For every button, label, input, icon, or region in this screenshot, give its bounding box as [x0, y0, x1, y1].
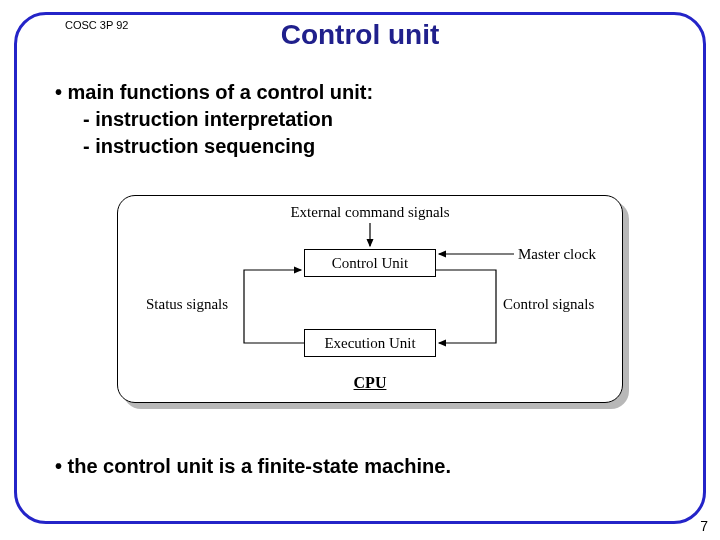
execution-unit-box: Execution Unit: [304, 329, 436, 357]
execution-unit-label: Execution Unit: [324, 335, 415, 352]
diagram-box: External command signals Control Unit Ex…: [117, 195, 623, 403]
slide-title: Control unit: [17, 19, 703, 51]
diagram: External command signals Control Unit Ex…: [117, 195, 629, 410]
status-signals-label: Status signals: [146, 296, 228, 313]
bullet-bottom: the control unit is a finite-state machi…: [55, 455, 451, 478]
slide-frame: COSC 3P 92 Control unit main functions o…: [14, 12, 706, 524]
cpu-label: CPU: [118, 374, 622, 392]
bullet-sub-2: instruction sequencing: [83, 133, 373, 160]
control-unit-box: Control Unit: [304, 249, 436, 277]
external-signals-label: External command signals: [118, 204, 622, 221]
page-number: 7: [700, 518, 708, 534]
control-signals-label: Control signals: [503, 296, 594, 313]
bullet-main: main functions of a control unit:: [55, 79, 373, 106]
bullet-sub-1: instruction interpretation: [83, 106, 373, 133]
slide-title-text: Control unit: [273, 19, 448, 50]
bullet-list: main functions of a control unit: instru…: [55, 79, 373, 160]
master-clock-label: Master clock: [518, 246, 596, 263]
control-unit-label: Control Unit: [332, 255, 408, 272]
